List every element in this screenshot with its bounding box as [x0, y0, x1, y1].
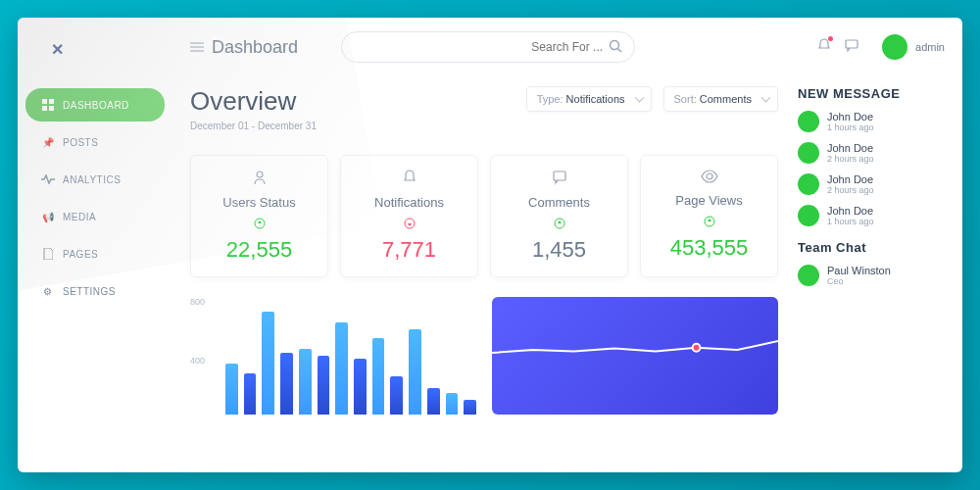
pin-icon: 📌	[41, 135, 55, 149]
dashboard-icon	[41, 98, 55, 112]
message-name: John Doe	[827, 111, 874, 122]
card-value: 1,455	[499, 237, 619, 263]
svg-point-14	[693, 344, 701, 352]
bar	[335, 322, 348, 416]
message-time: 2 hours ago	[827, 185, 874, 195]
sidebar-item-media[interactable]: 📢 MEDIA	[25, 200, 165, 233]
avatar	[798, 265, 819, 286]
svg-rect-10	[554, 172, 565, 180]
user-menu[interactable]: admin	[882, 34, 945, 60]
bar	[446, 393, 459, 416]
search-input[interactable]	[354, 40, 603, 54]
trend-icon	[499, 216, 619, 233]
card-value: 453,555	[649, 235, 769, 261]
brand: Dashboard	[190, 37, 298, 58]
message-time: 1 hours ago	[827, 122, 874, 132]
card-title: Users Status	[199, 195, 319, 210]
bar	[372, 338, 385, 415]
user-label: admin	[915, 41, 945, 53]
svg-point-12	[707, 173, 712, 179]
bar	[318, 356, 330, 415]
y-tick: 400	[190, 356, 205, 366]
svg-rect-2	[42, 106, 47, 111]
sidebar-item-label: MEDIA	[63, 212, 96, 222]
message-name: John Doe	[827, 173, 874, 185]
sort-filter[interactable]: Sort: Comments	[663, 86, 778, 112]
y-tick: 800	[190, 297, 205, 307]
chat-icon[interactable]	[845, 38, 858, 56]
sidebar-item-pages[interactable]: PAGES	[25, 237, 165, 270]
bar	[464, 400, 476, 415]
search-icon	[609, 39, 622, 56]
sidebar: ✕ DASHBOARD 📌 POSTS ANALYTICS 📢 MEDIA PA…	[18, 18, 172, 472]
sidebar-item-label: PAGES	[63, 249, 98, 260]
card-title: Notifications	[349, 195, 469, 210]
area-chart	[492, 297, 778, 415]
messages-title: NEW MESSAGE	[798, 86, 945, 101]
bar	[225, 364, 238, 416]
comment-icon	[499, 170, 619, 189]
bar	[427, 388, 440, 415]
bell-icon[interactable]	[817, 38, 831, 56]
sidebar-item-label: SETTINGS	[63, 286, 116, 297]
message-item[interactable]: John Doe 1 hours ago	[798, 111, 945, 132]
bar-chart: 800 400	[190, 297, 476, 415]
page-title: Overview	[190, 86, 317, 117]
message-name: John Doe	[827, 142, 874, 154]
bar	[244, 373, 257, 415]
message-time: 1 hours ago	[827, 217, 874, 226]
bar	[262, 312, 274, 415]
avatar	[882, 34, 907, 60]
avatar	[798, 111, 819, 132]
gear-icon: ⚙	[41, 284, 55, 298]
stat-card: Comments 1,455	[490, 155, 628, 277]
hamburger-icon[interactable]	[190, 42, 204, 52]
sidebar-item-analytics[interactable]: ANALYTICS	[25, 163, 165, 196]
teamchat-title: Team Chat	[798, 240, 945, 255]
search-box[interactable]	[341, 31, 635, 63]
stat-card: Page Views 453,555	[640, 155, 778, 277]
svg-point-7	[257, 172, 263, 177]
avatar	[798, 173, 819, 195]
type-filter[interactable]: Type: Notifications	[526, 86, 652, 112]
notification-dot	[828, 36, 833, 41]
bar	[280, 353, 293, 415]
svg-rect-6	[846, 40, 858, 48]
avatar	[798, 205, 819, 226]
sidebar-item-dashboard[interactable]: DASHBOARD	[25, 88, 165, 122]
svg-point-4	[611, 40, 619, 49]
stat-card: Users Status 22,555	[190, 155, 328, 277]
svg-line-5	[618, 48, 622, 52]
trend-icon	[349, 216, 469, 233]
sidebar-item-settings[interactable]: ⚙ SETTINGS	[25, 274, 165, 308]
sidebar-item-posts[interactable]: 📌 POSTS	[25, 125, 165, 159]
teamchat-role: Ceo	[827, 276, 891, 286]
svg-rect-0	[42, 99, 47, 104]
bell-icon	[349, 170, 469, 189]
avatar	[798, 142, 819, 164]
card-title: Comments	[499, 195, 619, 210]
brand-title: Dashboard	[212, 37, 298, 58]
svg-rect-3	[49, 106, 54, 111]
megaphone-icon: 📢	[41, 210, 55, 223]
close-icon[interactable]: ✕	[45, 37, 69, 61]
teamchat-item[interactable]: Paul Winston Ceo	[798, 265, 945, 286]
sidebar-item-label: POSTS	[63, 137, 98, 148]
card-value: 22,555	[199, 237, 319, 263]
bar	[409, 329, 421, 415]
message-item[interactable]: John Doe 1 hours ago	[798, 205, 945, 226]
message-name: John Doe	[827, 205, 874, 217]
message-item[interactable]: John Doe 2 hours ago	[798, 142, 945, 164]
page-icon	[41, 247, 55, 261]
svg-rect-1	[49, 99, 54, 104]
bar	[299, 349, 312, 416]
bar	[354, 359, 367, 415]
eye-icon	[649, 170, 769, 187]
message-time: 2 hours ago	[827, 154, 874, 164]
main-content: Dashboard admin	[172, 18, 962, 472]
stat-card: Notifications 7,771	[340, 155, 478, 277]
trend-icon	[199, 216, 319, 233]
message-item[interactable]: John Doe 2 hours ago	[798, 173, 945, 195]
user-icon	[199, 170, 319, 189]
sidebar-item-label: ANALYTICS	[63, 174, 121, 185]
